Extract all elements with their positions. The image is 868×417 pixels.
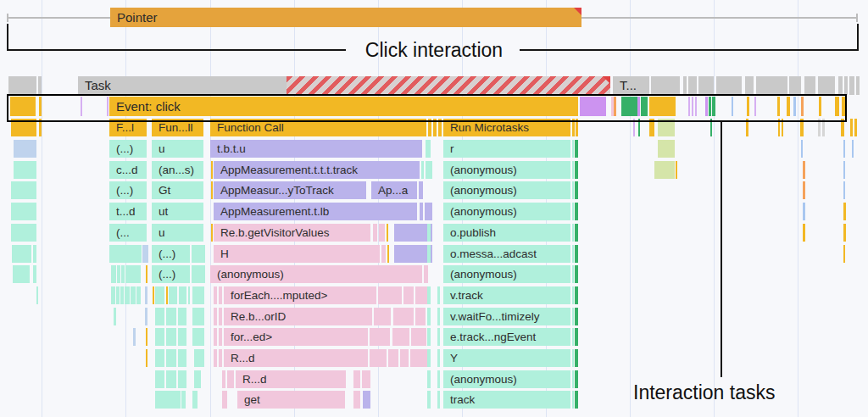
flame-bar[interactable] <box>169 286 177 304</box>
flame-bar[interactable] <box>219 349 222 367</box>
flame-bar[interactable] <box>400 349 409 367</box>
flame-bar[interactable]: get <box>237 391 345 409</box>
flame-bar[interactable] <box>378 286 402 304</box>
flame-bar[interactable] <box>854 119 857 136</box>
pointer-interaction-bar[interactable]: Pointer <box>110 8 581 27</box>
flame-bar[interactable] <box>437 328 440 346</box>
flame-bar[interactable] <box>153 286 154 304</box>
flame-bar[interactable] <box>572 349 574 367</box>
flame-bar[interactable] <box>14 140 36 158</box>
flame-bar[interactable] <box>572 245 574 263</box>
flame-bar[interactable]: Re.b.getVisitorValues <box>214 224 370 242</box>
flame-bar[interactable] <box>133 328 136 346</box>
flame-bar[interactable] <box>155 286 164 304</box>
flame-bar[interactable] <box>575 349 578 367</box>
flame-bar[interactable] <box>698 76 714 95</box>
flame-bar[interactable] <box>572 391 574 409</box>
flame-bar[interactable] <box>155 328 164 346</box>
flame-bar[interactable] <box>166 308 176 325</box>
flame-bar[interactable] <box>803 181 805 199</box>
flame-bar[interactable] <box>188 286 190 304</box>
flame-bar[interactable] <box>575 203 578 220</box>
flame-bar[interactable] <box>146 328 147 346</box>
flame-bar[interactable]: R...d <box>236 370 346 388</box>
flame-bar[interactable] <box>362 370 370 388</box>
flame-bar[interactable] <box>427 245 431 263</box>
flame-bar[interactable]: v.track <box>443 286 570 304</box>
flame-bar[interactable]: o.messa...adcast <box>443 245 570 263</box>
flame-bar[interactable] <box>166 286 168 304</box>
flame-bar[interactable] <box>849 76 854 95</box>
flame-bar[interactable] <box>426 161 432 179</box>
flame-bar[interactable] <box>125 286 130 304</box>
flame-bar[interactable] <box>427 286 431 304</box>
flame-bar[interactable] <box>803 161 805 179</box>
flame-bar[interactable] <box>211 181 213 199</box>
flame-bar[interactable] <box>374 308 391 325</box>
flame-bar[interactable]: v.waitFo...timizely <box>443 308 570 325</box>
flame-bar[interactable] <box>575 370 578 388</box>
flame-bar[interactable] <box>219 308 222 325</box>
flame-bar[interactable] <box>572 308 574 325</box>
flame-bar[interactable] <box>572 161 574 179</box>
flame-bar[interactable] <box>379 224 385 242</box>
flame-bar[interactable] <box>131 286 136 304</box>
flame-bar[interactable]: (anonymous) <box>210 265 422 283</box>
flame-bar[interactable] <box>427 349 431 367</box>
flame-bar[interactable] <box>843 203 846 220</box>
flame-bar[interactable]: Re.b...orID <box>224 308 372 325</box>
flame-bar[interactable] <box>844 76 848 95</box>
flame-bar[interactable] <box>843 245 845 263</box>
flame-bar[interactable] <box>410 349 427 367</box>
flame-bar[interactable] <box>411 328 426 346</box>
flame-bar[interactable] <box>111 265 116 283</box>
flame-bar[interactable] <box>166 370 176 388</box>
flame-bar[interactable] <box>843 181 845 199</box>
flame-bar[interactable] <box>192 328 204 346</box>
flame-bar[interactable] <box>11 181 36 199</box>
flame-bar[interactable] <box>658 140 675 158</box>
flame-bar[interactable] <box>227 370 234 388</box>
flame-bar[interactable] <box>121 265 125 283</box>
flame-bar[interactable] <box>651 76 680 95</box>
flame-bar[interactable] <box>572 181 574 199</box>
flame-bar[interactable]: (anonymous) <box>443 370 570 388</box>
flame-bar[interactable]: forEach....mputed> <box>224 286 376 304</box>
click-interaction-label[interactable]: Click interaction <box>336 39 532 62</box>
flame-bar[interactable] <box>211 161 213 179</box>
flame-bar[interactable] <box>427 224 431 242</box>
flame-bar[interactable] <box>181 391 186 409</box>
flame-bar[interactable] <box>211 224 213 242</box>
flame-bar[interactable]: c...d <box>109 161 147 179</box>
flame-bar[interactable]: e.track...ngEvent <box>443 328 570 346</box>
flame-bar[interactable] <box>437 349 440 367</box>
flame-bar[interactable] <box>688 76 697 95</box>
flame-bar[interactable] <box>572 286 574 304</box>
flame-bar[interactable] <box>803 203 805 220</box>
flame-bar[interactable]: (an...s) <box>152 161 203 179</box>
flame-bar[interactable]: for...ed> <box>224 328 368 346</box>
flame-bar[interactable] <box>420 203 423 220</box>
flame-bar[interactable]: r <box>443 140 570 158</box>
flame-bar[interactable] <box>427 391 431 409</box>
flame-bar[interactable] <box>437 370 440 388</box>
flame-bar[interactable] <box>388 349 398 367</box>
flame-bar[interactable] <box>179 286 186 304</box>
flame-bar[interactable] <box>142 245 148 263</box>
flame-bar[interactable]: Ap...a <box>371 181 417 199</box>
flame-bar[interactable] <box>716 76 742 95</box>
flame-bar[interactable] <box>572 224 574 242</box>
flame-bar[interactable] <box>114 308 116 325</box>
flame-bar[interactable]: (anonymous) <box>443 181 570 199</box>
flame-bar[interactable] <box>843 140 845 158</box>
flame-bar[interactable] <box>403 286 414 304</box>
flame-bar[interactable] <box>194 370 201 388</box>
flame-bar[interactable] <box>14 161 36 179</box>
flame-bar[interactable] <box>13 265 30 283</box>
flame-bar[interactable] <box>575 245 578 263</box>
flame-bar[interactable] <box>852 140 854 158</box>
flame-bar[interactable] <box>125 265 141 283</box>
flame-bar[interactable] <box>437 308 440 325</box>
flame-bar[interactable] <box>145 286 147 304</box>
flame-bar[interactable] <box>33 265 36 283</box>
